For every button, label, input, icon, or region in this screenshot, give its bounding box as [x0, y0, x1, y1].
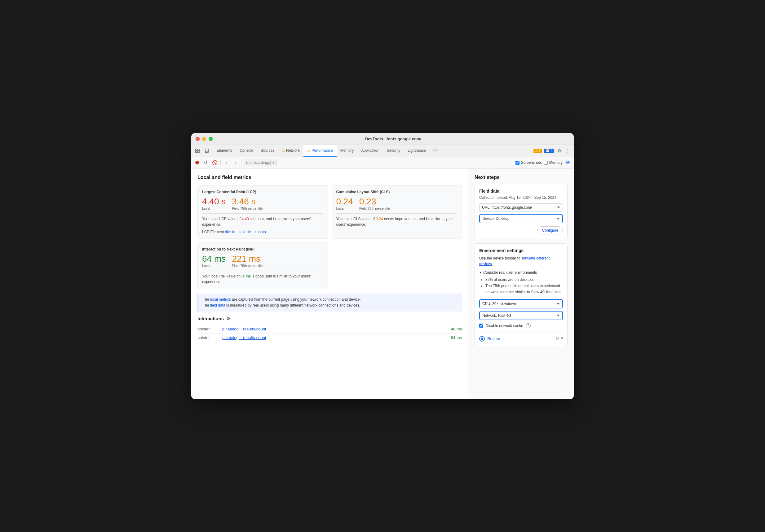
svg-rect-0	[196, 149, 197, 150]
field-data-period: Collection period: Aug 19, 2024 - Sep 15…	[479, 195, 563, 200]
consider-item-1: 82% of users are on desktop.	[485, 277, 563, 283]
close-button[interactable]	[196, 137, 200, 141]
inspect-icon[interactable]	[194, 147, 201, 154]
disable-cache-row: Disable network cache ?	[479, 323, 563, 328]
cpu-select[interactable]: CPU: 20× slowdown CPU: 4× slowdown CPU: …	[480, 300, 562, 308]
tab-elements[interactable]: Elements	[213, 145, 236, 157]
metrics-grid-top: Largest Contentful Paint (LCP) 4.40 s Lo…	[198, 185, 462, 239]
consider-list: 82% of users are on desktop. The 75th pe…	[479, 277, 563, 295]
refresh-button[interactable]: ↺	[202, 159, 209, 166]
minimize-button[interactable]	[202, 137, 206, 141]
section-title: Local and field metrics	[198, 175, 462, 180]
cls-values: 0.24 Local 0.23 Field 75th percentile	[336, 197, 457, 211]
field-data-title: Field data	[479, 188, 563, 193]
lcp-element-link[interactable]: div.tile__text.tile__roboto	[225, 230, 266, 234]
cls-card: Cumulative Layout Shift (CLS) 0.24 Local…	[332, 185, 462, 239]
chevron-down-icon: ▾	[273, 160, 274, 165]
svg-rect-1	[196, 151, 197, 153]
interaction-row-1: pointer p.catalog__results-count 48 ms	[198, 325, 462, 334]
screenshots-checkbox-label[interactable]: Screenshots	[515, 160, 542, 165]
maximize-button[interactable]	[209, 137, 213, 141]
traffic-lights	[196, 137, 213, 141]
inp-inline-value: 64 ms	[241, 274, 251, 278]
divider1	[220, 160, 221, 165]
lcp-inline-value: 4.40 s	[242, 217, 252, 221]
interactions-header: Interactions ⊘	[198, 316, 462, 321]
inp-local-label: Local	[202, 264, 226, 268]
toolbar-settings-icon[interactable]	[564, 159, 571, 166]
svg-rect-4	[205, 149, 208, 153]
cls-desc: Your local CLS value of 0.24 needs impro…	[336, 216, 457, 227]
tab-lighthouse[interactable]: Lighthouse	[404, 145, 429, 157]
tab-network[interactable]: ⚠ Network	[278, 145, 304, 157]
settings-icon[interactable]: ⚙	[556, 147, 563, 154]
cls-local-group: 0.24 Local	[336, 197, 354, 211]
screenshots-checkbox[interactable]	[515, 161, 519, 165]
tab-more[interactable]: >>	[429, 145, 441, 157]
tab-performance[interactable]: ⚠ Performance	[304, 145, 337, 157]
inp-title: Interaction to Next Paint (INP)	[202, 247, 323, 251]
network-select-wrapper: Network: Fast 4G Network: Slow 4G Networ…	[479, 311, 563, 320]
url-select[interactable]: URL: https://fonts.google.com/	[479, 203, 563, 211]
tab-application[interactable]: Application	[358, 145, 383, 157]
tab-security[interactable]: Security	[383, 145, 404, 157]
local-metrics-link[interactable]: local metrics	[210, 297, 231, 302]
devtools-window: DevTools - fonts.google.com/	[191, 133, 574, 399]
network-select[interactable]: Network: Fast 4G Network: Slow 4G Networ…	[480, 312, 562, 320]
interaction-element-2[interactable]: p.catalog__results-count	[222, 335, 451, 340]
upload-button[interactable]: ↑	[223, 159, 230, 166]
right-title: Next steps	[474, 175, 567, 180]
memory-checkbox[interactable]	[544, 161, 548, 165]
record-row: Record ⌘ E	[479, 333, 563, 342]
inp-field-label: Field 75th percentile	[232, 264, 263, 268]
record-button[interactable]: Record	[479, 336, 500, 342]
memory-checkbox-label[interactable]: Memory	[544, 160, 563, 165]
lcp-local-group: 4.40 s Local	[202, 197, 226, 211]
lcp-local-value: 4.40 s	[202, 197, 226, 206]
tab-memory[interactable]: Memory	[337, 145, 358, 157]
lcp-field-label: Field 75th percentile	[232, 206, 263, 210]
inp-local-group: 64 ms Local	[202, 254, 226, 268]
help-icon[interactable]: ?	[526, 323, 531, 328]
download-button[interactable]: ↓	[232, 159, 239, 166]
interactions-icon: ⊘	[226, 316, 230, 321]
tab-console[interactable]: Console	[236, 145, 257, 157]
tab-icon-group	[194, 145, 211, 157]
lcp-element: LCP Element div.tile__text.tile__roboto	[202, 230, 323, 234]
record-shortcut: ⌘ E	[556, 337, 563, 341]
warning-icon-badge: ⚠	[535, 149, 538, 153]
lcp-local-label: Local	[202, 206, 226, 210]
left-panel: Local and field metrics Largest Contentf…	[191, 168, 468, 399]
window-title: DevTools - fonts.google.com/	[217, 136, 569, 141]
interaction-element-1[interactable]: p.catalog__results-count	[222, 327, 451, 331]
disable-cache-checkbox[interactable]	[479, 324, 483, 328]
warning-badge[interactable]: ⚠ 1	[533, 148, 542, 153]
device-select[interactable]: Device: Desktop Device: Mobile	[480, 215, 562, 223]
device-select-wrapper: Device: Desktop Device: Mobile	[479, 214, 563, 223]
inp-field-value: 221 ms	[232, 254, 263, 264]
field-data-link[interactable]: field data	[210, 303, 225, 308]
recordings-select[interactable]: (no recordings) ▾	[244, 159, 277, 166]
devtools-container: Elements Console Sources ⚠ Network ⚠ Per…	[191, 145, 574, 399]
message-badge[interactable]: 💬 2	[544, 148, 554, 153]
consider-title: Consider real user environments	[479, 270, 563, 275]
interaction-row-2: pointer p.catalog__results-count 64 ms	[198, 334, 462, 342]
tab-sources[interactable]: Sources	[257, 145, 278, 157]
lcp-field-group: 3.46 s Field 75th percentile	[232, 197, 263, 211]
inp-values: 64 ms Local 221 ms Field 75th percentile	[202, 254, 323, 268]
main-content: Local and field metrics Largest Contentf…	[191, 168, 574, 399]
cls-local-label: Local	[336, 206, 354, 210]
record-button[interactable]	[194, 159, 201, 166]
clear-button[interactable]: 🚫	[211, 159, 218, 166]
inp-desc: Your local INP value of 64 ms is good, a…	[202, 273, 323, 285]
cls-local-value: 0.24	[336, 197, 354, 206]
env-title: Environment settings	[479, 248, 563, 253]
more-options-icon[interactable]: ⋮	[564, 147, 571, 154]
right-panel: Next steps Field data Collection period:…	[468, 168, 574, 399]
lcp-desc: Your local LCP value of 4.40 s is poor, …	[202, 216, 323, 227]
device-icon[interactable]	[203, 147, 211, 154]
configure-button[interactable]: Configure	[537, 226, 563, 234]
lcp-card: Largest Contentful Paint (LCP) 4.40 s Lo…	[198, 185, 328, 239]
cls-title: Cumulative Layout Shift (CLS)	[336, 190, 457, 194]
cpu-select-wrapper: CPU: 20× slowdown CPU: 4× slowdown CPU: …	[479, 299, 563, 308]
